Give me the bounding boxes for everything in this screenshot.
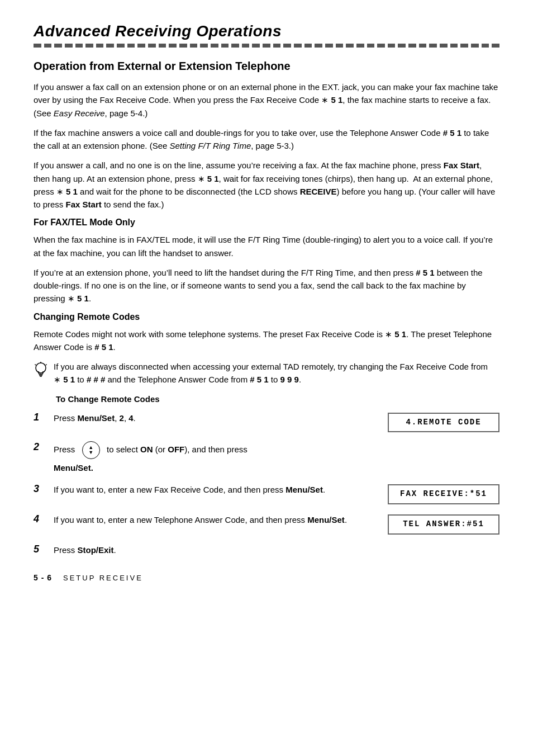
section-changing-remote-codes: Changing Remote Codes Remote Codes might… xyxy=(34,312,499,557)
step-2: 2 Press ▲ ▼ to select ON (or OFF), and t… xyxy=(34,441,499,474)
footer-section-text: SETUP RECEIVE xyxy=(63,574,143,582)
section3-title: Changing Remote Codes xyxy=(34,312,499,322)
lcd-fax-receive: FAX RECEIVE:*51 xyxy=(388,484,499,504)
step-1-number: 1 xyxy=(34,412,54,423)
section1-title: Operation from External or Extension Tel… xyxy=(34,60,499,73)
to-change-remote-codes-title: To Change Remote Codes xyxy=(56,394,499,404)
section1-para3: If you answer a call, and no one is on t… xyxy=(34,159,499,211)
title-divider xyxy=(34,44,499,48)
section2-title: For FAX/TEL Mode Only xyxy=(34,218,499,228)
step-4: 4 If you want to, enter a new Telephone … xyxy=(34,513,499,535)
footer-page-ref: 5 - 6 xyxy=(34,573,52,582)
step-5-content: Press Stop/Exit. xyxy=(54,544,499,556)
section3-para1: Remote Codes might not work with some te… xyxy=(34,328,499,354)
step-2-content: Press ▲ ▼ to select ON (or OFF), and the… xyxy=(54,441,499,474)
page-title: Advanced Receiving Operations xyxy=(34,22,499,40)
step-2-menuset: Menu/Set. xyxy=(54,461,499,474)
step-5: 5 Press Stop/Exit. xyxy=(34,544,499,556)
lcd-tel-answer: TEL ANSWER:#51 xyxy=(388,514,499,535)
tip-text: If you are always disconnected when acce… xyxy=(54,360,499,386)
or-button-icon: ▲ ▼ xyxy=(82,441,100,459)
step-3-number: 3 xyxy=(34,483,54,495)
section2-para1: When the fax machine is in FAX/TEL mode,… xyxy=(34,233,499,259)
step-5-number: 5 xyxy=(34,544,54,555)
svg-line-4 xyxy=(35,365,36,366)
step-2-number: 2 xyxy=(34,441,54,453)
step-3-content: If you want to, enter a new Fax Receive … xyxy=(54,483,499,504)
section-external-telephone: Operation from External or Extension Tel… xyxy=(34,60,499,211)
section1-para2: If the fax machine answers a voice call … xyxy=(34,126,499,153)
lcd-remote-code: 4.REMOTE CODE xyxy=(388,413,499,433)
step-1-content: Press Menu/Set, 2, 4. 4.REMOTE CODE xyxy=(54,412,499,433)
section1-para1: If you answer a fax call on an extension… xyxy=(34,81,499,120)
step-4-number: 4 xyxy=(34,513,54,525)
step-3: 3 If you want to, enter a new Fax Receiv… xyxy=(34,483,499,504)
section2-para2: If you’re at an extension phone, you’ll … xyxy=(34,266,499,305)
step-4-content: If you want to, enter a new Telephone An… xyxy=(54,513,499,535)
steps-list: 1 Press Menu/Set, 2, 4. 4.REMOTE CODE 2 … xyxy=(34,412,499,557)
tip-block: If you are always disconnected when acce… xyxy=(34,360,499,386)
footer: 5 - 6 SETUP RECEIVE xyxy=(34,573,499,582)
tip-icon xyxy=(34,361,48,381)
section-faxtel-mode: For FAX/TEL Mode Only When the fax machi… xyxy=(34,218,499,305)
svg-line-5 xyxy=(46,365,47,366)
step-1: 1 Press Menu/Set, 2, 4. 4.REMOTE CODE xyxy=(34,412,499,433)
svg-point-0 xyxy=(36,363,46,373)
